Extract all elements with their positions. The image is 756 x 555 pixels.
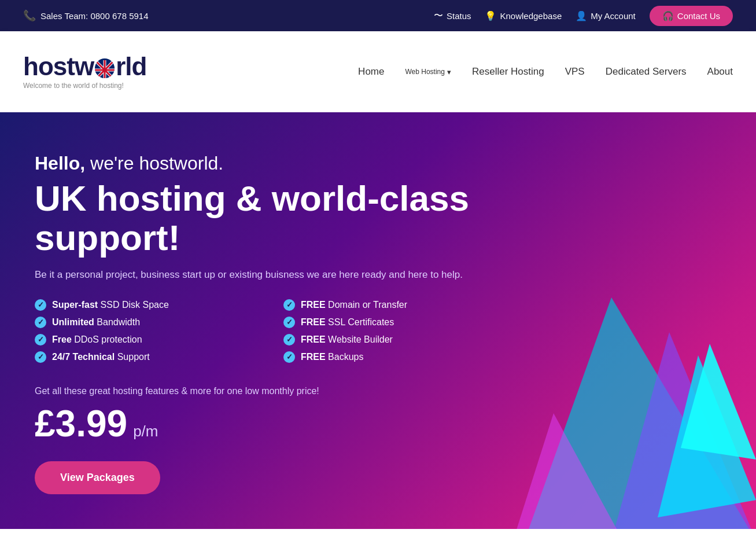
topbar-nav: 〜 Status 💡 Knowledgebase 👤 My Account 🎧 … — [434, 6, 733, 26]
feature-ddos: ✓ Free DDoS protection — [35, 334, 249, 346]
nav-vps[interactable]: VPS — [565, 66, 585, 78]
check-icon: ✓ — [283, 317, 295, 328]
feature-superfast: ✓ Super-fast SSD Disk Space — [35, 299, 249, 311]
account-icon: 👤 — [576, 10, 587, 21]
contact-us-button[interactable]: 🎧 Contact Us — [650, 6, 733, 26]
knowledgebase-label: Knowledgebase — [500, 11, 562, 21]
nav-home[interactable]: Home — [358, 66, 384, 78]
phone-icon: 📞 — [23, 9, 36, 22]
check-icon: ✓ — [35, 334, 46, 346]
hero-title: UK hosting & world-class support! — [35, 179, 497, 258]
price-section: Get all these great hosting features & m… — [35, 386, 497, 445]
topbar: 📞 Sales Team: 0800 678 5914 〜 Status 💡 K… — [0, 0, 756, 31]
my-account-label: My Account — [591, 11, 636, 21]
hero-subtitle: Be it a personal project, business start… — [35, 269, 497, 281]
status-label: Status — [447, 11, 471, 21]
price-period: p/m — [133, 422, 158, 440]
feature-free-domain: ✓ FREE Domain or Transfer — [283, 299, 497, 311]
price-tagline: Get all these great hosting features & m… — [35, 386, 497, 396]
hero-hello: Hello, we're hostworld. — [35, 153, 497, 174]
check-icon: ✓ — [35, 317, 46, 328]
chevron-down-icon: ▾ — [447, 68, 451, 76]
logo-text: hostw rld — [23, 54, 146, 79]
logo[interactable]: hostw rld Welcome to the world of hostin… — [23, 54, 146, 90]
sales-info: 📞 Sales Team: 0800 678 5914 — [23, 9, 149, 22]
check-icon: ✓ — [283, 334, 295, 346]
hero-content: Hello, we're hostworld. UK hosting & wor… — [35, 153, 497, 494]
my-account-link[interactable]: 👤 My Account — [576, 10, 636, 21]
contact-us-label: Contact Us — [677, 11, 720, 21]
price-display: £3.99 p/m — [35, 402, 497, 445]
knowledgebase-link[interactable]: 💡 Knowledgebase — [485, 10, 562, 21]
view-packages-button[interactable]: View Packages — [35, 461, 160, 494]
feature-free-ssl: ✓ FREE SSL Certificates — [283, 317, 497, 328]
status-link[interactable]: 〜 Status — [434, 10, 471, 22]
check-icon: ✓ — [35, 299, 46, 311]
nav-dedicated[interactable]: Dedicated Servers — [606, 66, 687, 78]
nav-about[interactable]: About — [707, 66, 733, 78]
sales-label: Sales Team: 0800 678 5914 — [40, 11, 149, 21]
feature-website-builder: ✓ FREE Website Builder — [283, 334, 497, 346]
check-icon: ✓ — [283, 351, 295, 363]
feature-backups: ✓ FREE Backups — [283, 351, 497, 363]
popular-section: Popular package configuations — [0, 529, 756, 555]
uk-flag-icon — [95, 58, 115, 78]
nav-webhosting[interactable]: Web Hosting ▾ — [405, 68, 451, 76]
logo-tagline: Welcome to the world of hosting! — [23, 82, 124, 90]
check-icon: ✓ — [35, 351, 46, 363]
feature-unlimited: ✓ Unlimited Bandwidth — [35, 317, 249, 328]
geo-decoration — [496, 297, 756, 529]
contact-icon: 🎧 — [662, 10, 674, 21]
knowledgebase-icon: 💡 — [485, 10, 496, 21]
navbar: hostw rld Welcome to the world of hostin… — [0, 31, 756, 112]
features-grid: ✓ Super-fast SSD Disk Space ✓ FREE Domai… — [35, 299, 497, 363]
price-amount: £3.99 — [35, 402, 127, 445]
feature-support: ✓ 24/7 Technical Support — [35, 351, 249, 363]
check-icon: ✓ — [283, 299, 295, 311]
nav-links: Home Web Hosting ▾ Reseller Hosting VPS … — [358, 66, 733, 78]
hero-section: Hello, we're hostworld. UK hosting & wor… — [0, 112, 756, 529]
nav-reseller[interactable]: Reseller Hosting — [472, 66, 544, 78]
status-icon: 〜 — [434, 10, 443, 22]
